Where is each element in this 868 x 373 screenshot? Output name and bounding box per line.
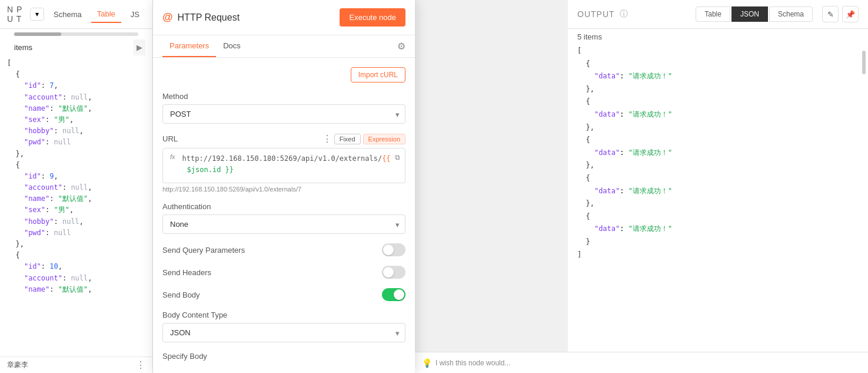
json-account2: "account": null, [7, 182, 145, 193]
badge-expression[interactable]: Expression [363, 134, 405, 144]
output-tab-schema[interactable]: Schema [769, 6, 813, 22]
left-panel-header: N P U T ▾ Schema Table JS [0, 0, 152, 29]
send-headers-label: Send Headers [162, 268, 211, 277]
tab-schema[interactable]: Schema [48, 6, 88, 22]
bottom-user: 章豪李 [7, 360, 131, 370]
tab-table[interactable]: Table [91, 6, 121, 23]
scroll-indicator[interactable] [862, 51, 866, 74]
output-data2: "data": "请求成功！" [577, 110, 672, 118]
json-name1: "name": "默认值", [7, 103, 145, 114]
items-label: items [7, 39, 39, 55]
output-data3: "data": "请求成功！" [577, 148, 672, 157]
output-obj4-close: }, [577, 199, 594, 207]
output-obj5-open: { [577, 212, 590, 220]
output-obj3-open: { [577, 136, 590, 144]
toggle-knob-3 [394, 289, 404, 300]
http-request-modal: @ HTTP Request Execute node Parameters D… [153, 0, 415, 373]
output-tab-table[interactable]: Table [696, 6, 730, 22]
specify-body-label: Specify Body [162, 352, 405, 361]
body-content-type-select[interactable]: JSON Form Data Binary Raw [162, 323, 405, 342]
output-data1: "data": "请求成功！" [577, 72, 672, 80]
json-name2: "name": "默认值", [7, 193, 145, 204]
method-label: Method [162, 92, 405, 101]
body-content-type-label: Body Content Type [162, 311, 405, 319]
modal-header: @ HTTP Request Execute node [153, 0, 415, 35]
url-label: URL [162, 134, 178, 143]
bottom-more-btn[interactable]: ⋮ [136, 359, 145, 371]
pin-button[interactable]: 📌 [842, 6, 859, 22]
json-content: [ { "id": 7, "account": null, "name": "默… [0, 58, 152, 357]
url-input-text: http://192.168.150.180:5269/api/v1.0/ext… [182, 153, 391, 176]
output-obj2-open: { [577, 97, 590, 105]
authentication-field: Authentication None Basic Auth Header Au… [162, 202, 405, 234]
badge-fixed[interactable]: Fixed [334, 134, 361, 144]
method-field: Method POST GET PUT PATCH DELETE ▾ [162, 92, 405, 124]
url-base-text: http://192.168.150.180:5269/api/v1.0/ext… [182, 154, 383, 163]
send-body-toggle[interactable] [382, 288, 405, 301]
send-query-params-toggle[interactable] [382, 243, 405, 256]
json-obj3-start: { [7, 250, 145, 261]
json-pwd1: "pwd": null [7, 137, 145, 148]
url-field: URL ⋮ Fixed Expression fx http://192.168… [162, 133, 405, 193]
output-header: OUTPUT ⓘ Table JSON Schema ✎ 📌 [568, 0, 868, 29]
auth-label: Authentication [162, 202, 405, 211]
url-preview: http://192.168.150.180:5269/api/v1.0/ext… [162, 186, 405, 193]
output-info-icon[interactable]: ⓘ [620, 9, 628, 19]
output-obj1-open: { [577, 60, 590, 68]
output-json-content: [ { "data": "请求成功！" }, { "data": "请求成功！"… [568, 45, 868, 373]
send-query-params-field: Send Query Parameters [162, 243, 405, 256]
output-label: OUTPUT [577, 9, 615, 19]
url-expr-start: {{ [382, 154, 390, 163]
auth-select-wrapper: None Basic Auth Header Auth OAuth2 ▾ [162, 214, 405, 234]
send-query-params-label: Send Query Parameters [162, 246, 245, 255]
output-obj3-close: }, [577, 161, 594, 169]
json-name3: "name": "默认值", [7, 284, 145, 295]
output-tabs: Table JSON Schema [696, 6, 813, 22]
modal-body: Import cURL Method POST GET PUT PATCH DE… [153, 58, 415, 373]
output-data4: "data": "请求成功！" [577, 187, 672, 195]
toggle-knob-2 [383, 267, 394, 278]
expand-btn[interactable]: ▶ [134, 39, 145, 55]
input-type-dropdown[interactable]: ▾ [30, 8, 44, 21]
json-obj2-end: }, [7, 239, 145, 250]
json-sex1: "sex": "男", [7, 114, 145, 126]
json-account1: "account": null, [7, 92, 145, 103]
url-badges: ⋮ Fixed Expression [322, 133, 405, 144]
app-container: N P U T ▾ Schema Table JS items ▶ [ { "i… [0, 0, 868, 373]
settings-gear-icon[interactable]: ⚙ [397, 41, 405, 52]
output-obj2-close: }, [577, 123, 594, 131]
json-sex2: "sex": "男", [7, 204, 145, 216]
json-account3: "account": null, [7, 273, 145, 284]
edit-button[interactable]: ✎ [822, 6, 839, 22]
tab-js[interactable]: JS [125, 6, 145, 22]
output-data5: "data": "请求成功！" [577, 225, 672, 233]
method-select[interactable]: POST GET PUT PATCH DELETE [162, 104, 405, 124]
output-obj5-close: } [577, 237, 590, 246]
json-id2: "id": 9, [7, 171, 145, 182]
import-curl-button[interactable]: Import cURL [351, 67, 405, 82]
execute-node-button[interactable]: Execute node [340, 8, 405, 27]
auth-select[interactable]: None Basic Auth Header Auth OAuth2 [162, 214, 405, 234]
json-obj1-end: }, [7, 148, 145, 160]
pencil-icon: ✎ [827, 10, 834, 19]
json-id3: "id": 10, [7, 261, 145, 272]
url-more-icon[interactable]: ⋮ [322, 133, 332, 144]
right-panel: OUTPUT ⓘ Table JSON Schema ✎ 📌 5 items [… [568, 0, 868, 373]
modal-icon: @ [162, 11, 173, 24]
input-label: N P U T [7, 5, 26, 24]
output-tab-json[interactable]: JSON [731, 6, 768, 22]
output-obj1-close: }, [577, 85, 594, 93]
url-input-box[interactable]: fx http://192.168.150.180:5269/api/v1.0/… [162, 148, 405, 183]
send-headers-field: Send Headers [162, 266, 405, 279]
tab-docs[interactable]: Docs [216, 35, 248, 57]
send-headers-toggle[interactable] [382, 266, 405, 279]
dropdown-arrow: ▾ [35, 10, 39, 18]
modal-tabs: Parameters Docs ⚙ [153, 35, 415, 58]
json-obj2-start: { [7, 160, 145, 171]
copy-icon[interactable]: ⧉ [395, 153, 400, 161]
left-panel: N P U T ▾ Schema Table JS items ▶ [ { "i… [0, 0, 153, 373]
specify-body-field: Specify Body [162, 352, 405, 361]
wish-bar: 💡 I wish this node would... [568, 352, 868, 373]
toggle-knob [383, 245, 394, 255]
tab-parameters[interactable]: Parameters [162, 35, 216, 57]
